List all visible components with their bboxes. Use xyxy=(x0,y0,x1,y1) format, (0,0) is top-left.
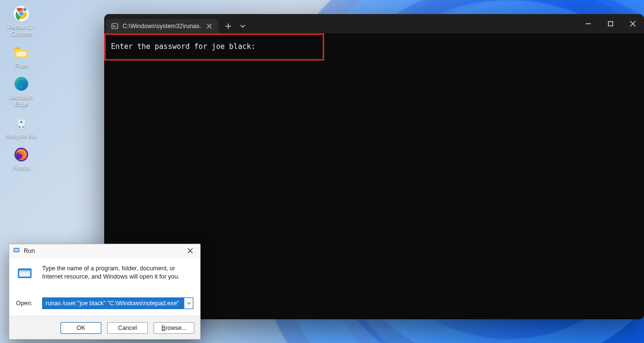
run-button-row: OK Cancel Browse... xyxy=(9,316,200,339)
desktop-icon-files[interactable]: Files xyxy=(3,42,40,74)
folder-icon xyxy=(13,44,30,61)
desktop-icon-label: Microsoft Edge xyxy=(10,94,33,108)
chrome-icon xyxy=(13,5,30,22)
recycle-bin-icon xyxy=(13,114,30,131)
run-close-button[interactable] xyxy=(183,245,197,257)
window-controls xyxy=(577,14,644,33)
run-title-icon xyxy=(13,247,20,255)
cancel-button[interactable]: Cancel xyxy=(107,322,148,334)
run-open-input[interactable] xyxy=(43,298,184,309)
desktop-icons: Person 1 - Chrome Files xyxy=(3,3,47,176)
browse-accel: B xyxy=(161,325,165,331)
svg-point-3 xyxy=(20,12,23,15)
run-dialog: Run Type the name of a program, folder, … xyxy=(9,244,201,340)
run-open-label: Open: xyxy=(16,300,37,307)
run-title-text: Run xyxy=(24,248,35,254)
desktop-icon-label: Firefox xyxy=(13,165,31,172)
desktop-icon-label: Person 1 - Chrome xyxy=(8,24,34,38)
run-titlebar[interactable]: Run xyxy=(9,244,200,258)
maximize-button[interactable] xyxy=(599,14,622,33)
tab-dropdown-button[interactable] xyxy=(236,19,250,33)
run-open-dropdown-button[interactable] xyxy=(184,298,193,309)
minimize-button[interactable] xyxy=(577,14,599,33)
terminal-tab[interactable]: C:\Windows\system32\runas. xyxy=(106,19,219,33)
desktop-icon-recycle-bin[interactable]: Recycle Bin xyxy=(3,112,40,144)
browse-button[interactable]: Browse... xyxy=(154,322,194,334)
svg-rect-17 xyxy=(19,270,31,272)
browse-rest: rowse... xyxy=(165,325,187,331)
tab-close-button[interactable] xyxy=(205,22,214,31)
desktop-icon-edge[interactable]: Microsoft Edge xyxy=(3,73,40,112)
run-app-icon xyxy=(16,265,33,282)
desktop-icon-label: Files xyxy=(15,63,27,70)
terminal-tab-title: C:\Windows\system32\runas. xyxy=(123,23,201,30)
svg-rect-14 xyxy=(14,249,19,251)
terminal-tab-icon xyxy=(111,22,119,30)
close-button[interactable] xyxy=(622,14,644,33)
desktop-icon-label: Recycle Bin xyxy=(6,133,36,140)
run-description: Type the name of a program, folder, docu… xyxy=(42,265,193,281)
terminal-titlebar[interactable]: C:\Windows\system32\runas. xyxy=(104,14,644,33)
firefox-icon xyxy=(13,146,30,163)
terminal-output: Enter the password for joe black: xyxy=(104,33,644,60)
desktop-icon-firefox[interactable]: Firefox xyxy=(3,144,40,176)
run-main: Type the name of a program, folder, docu… xyxy=(9,258,200,316)
edge-icon xyxy=(13,75,30,93)
run-open-combo[interactable] xyxy=(42,297,193,309)
svg-rect-12 xyxy=(609,22,613,26)
desktop-icon-chrome[interactable]: Person 1 - Chrome xyxy=(3,3,40,42)
new-tab-button[interactable] xyxy=(221,19,235,33)
desktop: Person 1 - Chrome Files xyxy=(0,0,644,343)
ok-button[interactable]: OK xyxy=(61,322,101,334)
svg-rect-9 xyxy=(16,118,26,120)
svg-rect-7 xyxy=(16,51,26,56)
